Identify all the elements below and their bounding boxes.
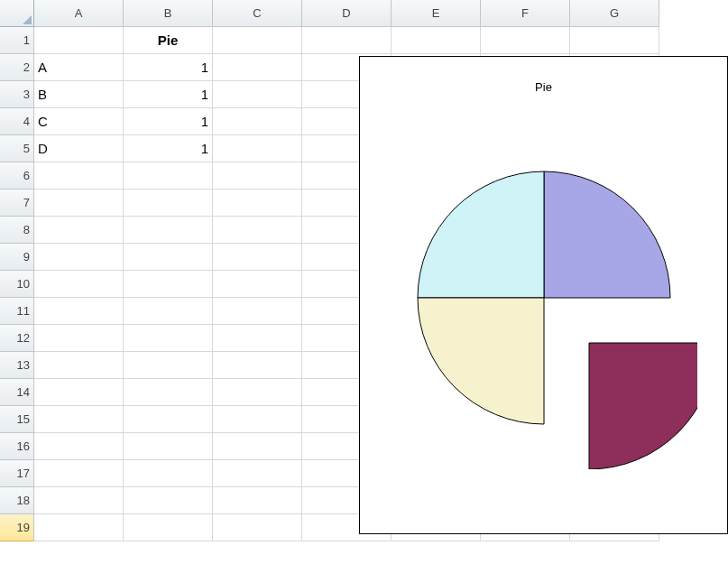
- column-header-c[interactable]: C: [213, 0, 302, 27]
- cell-c8[interactable]: [213, 217, 302, 244]
- cell-c18[interactable]: [213, 487, 302, 514]
- cell-c7[interactable]: [213, 190, 302, 217]
- cell-c9[interactable]: [213, 244, 302, 271]
- column-header-g[interactable]: G: [570, 0, 659, 27]
- pie-chart: [391, 144, 697, 469]
- cell-c19[interactable]: [213, 514, 302, 541]
- row-header-3[interactable]: 3: [0, 81, 34, 108]
- cell-b12[interactable]: [124, 325, 213, 352]
- cell-b6[interactable]: [124, 162, 213, 190]
- row-header-6[interactable]: 6: [0, 162, 34, 190]
- cell-f1[interactable]: [481, 27, 570, 54]
- cell-b18[interactable]: [124, 487, 213, 514]
- pie-slice-d: [418, 171, 544, 298]
- row-header-11[interactable]: 11: [0, 298, 34, 325]
- row-header-12[interactable]: 12: [0, 325, 34, 352]
- cell-b8[interactable]: [124, 217, 213, 244]
- cell-b7[interactable]: [124, 190, 213, 217]
- cell-a1[interactable]: [34, 27, 124, 54]
- cell-a18[interactable]: [34, 487, 124, 514]
- pie-slice-c: [418, 298, 544, 424]
- column-header-b[interactable]: B: [124, 0, 213, 27]
- row-header-15[interactable]: 15: [0, 406, 34, 433]
- cell-b3[interactable]: 1: [124, 81, 213, 108]
- cell-b17[interactable]: [124, 460, 213, 487]
- cell-c10[interactable]: [213, 271, 302, 298]
- cell-a7[interactable]: [34, 190, 124, 217]
- cell-c13[interactable]: [213, 352, 302, 379]
- cell-b16[interactable]: [124, 433, 213, 460]
- cell-c3[interactable]: [213, 81, 302, 108]
- pie-chart-container[interactable]: Pie: [359, 56, 728, 534]
- cell-b5[interactable]: 1: [124, 135, 213, 162]
- column-header-f[interactable]: F: [481, 0, 570, 27]
- cell-c2[interactable]: [213, 54, 302, 81]
- row-header-14[interactable]: 14: [0, 379, 34, 406]
- column-header-e[interactable]: E: [392, 0, 481, 27]
- cell-a16[interactable]: [34, 433, 124, 460]
- pie-slice-a: [544, 171, 670, 298]
- cell-b9[interactable]: [124, 244, 213, 271]
- column-header-d[interactable]: D: [302, 0, 392, 27]
- cell-c12[interactable]: [213, 325, 302, 352]
- row-header-2[interactable]: 2: [0, 54, 34, 81]
- cell-b2[interactable]: 1: [124, 54, 213, 81]
- select-all-corner[interactable]: [0, 0, 34, 27]
- row-header-19[interactable]: 19: [0, 514, 34, 541]
- row-header-9[interactable]: 9: [0, 244, 34, 271]
- cell-a5[interactable]: D: [34, 135, 124, 162]
- cell-c6[interactable]: [213, 162, 302, 190]
- cell-b4[interactable]: 1: [124, 108, 213, 135]
- row-header-18[interactable]: 18: [0, 487, 34, 514]
- cell-a11[interactable]: [34, 298, 124, 325]
- cell-d1[interactable]: [302, 27, 392, 54]
- cell-b15[interactable]: [124, 406, 213, 433]
- row-header-8[interactable]: 8: [0, 217, 34, 244]
- cell-a14[interactable]: [34, 379, 124, 406]
- row-header-16[interactable]: 16: [0, 433, 34, 460]
- cell-a13[interactable]: [34, 352, 124, 379]
- cell-b14[interactable]: [124, 379, 213, 406]
- row-header-17[interactable]: 17: [0, 460, 34, 487]
- row-header-10[interactable]: 10: [0, 271, 34, 298]
- cell-c16[interactable]: [213, 433, 302, 460]
- cell-b19[interactable]: [124, 514, 213, 541]
- cell-c1[interactable]: [213, 27, 302, 54]
- cell-c11[interactable]: [213, 298, 302, 325]
- row-header-7[interactable]: 7: [0, 190, 34, 217]
- cell-a3[interactable]: B: [34, 81, 124, 108]
- cell-a17[interactable]: [34, 460, 124, 487]
- cell-b13[interactable]: [124, 352, 213, 379]
- cell-g1[interactable]: [570, 27, 659, 54]
- cell-c4[interactable]: [213, 108, 302, 135]
- cell-a19[interactable]: [34, 514, 124, 541]
- cell-a8[interactable]: [34, 217, 124, 244]
- cell-b11[interactable]: [124, 298, 213, 325]
- cell-b10[interactable]: [124, 271, 213, 298]
- cell-e1[interactable]: [392, 27, 481, 54]
- row-header-5[interactable]: 5: [0, 135, 34, 162]
- pie-slice-b-exploded: [589, 343, 697, 469]
- cell-a12[interactable]: [34, 325, 124, 352]
- column-header-a[interactable]: A: [34, 0, 124, 27]
- cell-a2[interactable]: A: [34, 54, 124, 81]
- row-header-13[interactable]: 13: [0, 352, 34, 379]
- chart-title: Pie: [360, 80, 727, 94]
- row-header-1[interactable]: 1: [0, 27, 34, 54]
- cell-a15[interactable]: [34, 406, 124, 433]
- cell-a10[interactable]: [34, 271, 124, 298]
- cell-c17[interactable]: [213, 460, 302, 487]
- row-header-4[interactable]: 4: [0, 108, 34, 135]
- cell-a9[interactable]: [34, 244, 124, 271]
- cell-a4[interactable]: C: [34, 108, 124, 135]
- cell-a6[interactable]: [34, 162, 124, 190]
- cell-c15[interactable]: [213, 406, 302, 433]
- cell-c5[interactable]: [213, 135, 302, 162]
- cell-c14[interactable]: [213, 379, 302, 406]
- cell-b1[interactable]: Pie: [124, 27, 213, 54]
